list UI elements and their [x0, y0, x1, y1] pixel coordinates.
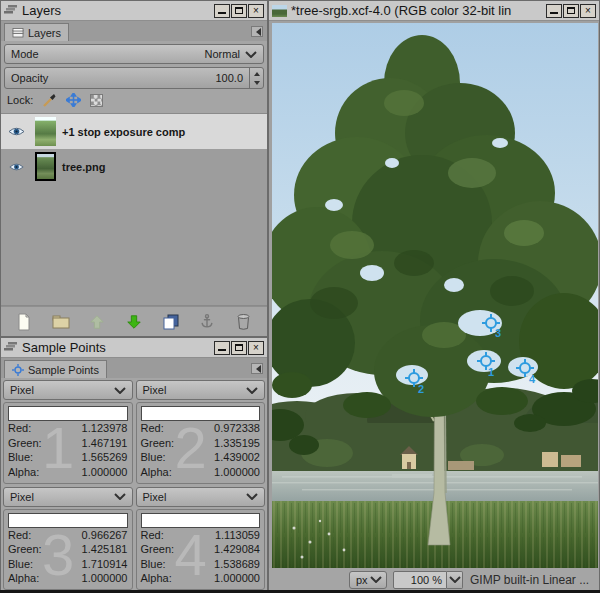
- sample-1-format-combo[interactable]: Pixel: [3, 380, 133, 400]
- minimize-button[interactable]: [214, 341, 230, 355]
- channel-label: Green:: [141, 436, 175, 451]
- tab-layers[interactable]: Layers: [4, 23, 69, 41]
- close-button[interactable]: ×: [248, 341, 264, 355]
- folder-icon: [52, 314, 70, 329]
- layers-toolbar: [1, 306, 267, 336]
- format-value: Pixel: [143, 384, 167, 396]
- image-titlebar[interactable]: *tree-srgb.xcf-4.0 (RGB color 32-bit lin…: [269, 1, 599, 21]
- chevron-down-icon: [245, 51, 257, 58]
- sample-points-titlebar[interactable]: Sample Points ×: [1, 338, 267, 358]
- visibility-toggle[interactable]: [3, 126, 29, 137]
- sample-points-window-title: Sample Points: [22, 340, 210, 355]
- layer-thumbnail[interactable]: [35, 152, 56, 181]
- svg-text:2: 2: [418, 383, 424, 395]
- close-button[interactable]: ×: [248, 4, 264, 18]
- channel-label: Red:: [8, 421, 31, 436]
- opacity-slider[interactable]: Opacity 100.0: [4, 67, 264, 89]
- sample-2-format-combo[interactable]: Pixel: [136, 380, 266, 400]
- channel-label: Alpha:: [141, 571, 172, 586]
- trash-icon: [236, 313, 251, 330]
- sample-point-1: Pixel 1 Red:1.123978 Green:1.467191 Blue…: [3, 380, 133, 484]
- channel-label: Alpha:: [8, 465, 39, 480]
- close-button[interactable]: ×: [580, 4, 596, 18]
- sample-points-window-icon: [4, 342, 18, 353]
- chevron-down-icon: [370, 576, 382, 583]
- sample-1-frame: 1 Red:1.123978 Green:1.467191 Blue:1.565…: [3, 402, 133, 484]
- sample-points-tabbar: Sample Points: [1, 358, 267, 378]
- duplicate-layer-button[interactable]: [160, 312, 182, 332]
- layers-window: Layers × Layers Mode Normal: [0, 0, 268, 337]
- layer-thumbnail[interactable]: [35, 117, 56, 146]
- layers-titlebar[interactable]: Layers ×: [1, 1, 267, 21]
- spin-down-icon: [254, 81, 260, 88]
- layer-list: +1 stop exposure comp tree.png: [1, 113, 267, 306]
- sample-point-4: Pixel 4 Red:1.113059 Green:1.429084 Blue…: [136, 487, 266, 591]
- sample-3-frame: 3 Red:0.966267 Green:1.425181 Blue:1.710…: [3, 509, 133, 591]
- eye-icon: [9, 162, 24, 172]
- lock-label: Lock:: [7, 94, 33, 106]
- format-value: Pixel: [143, 491, 167, 503]
- opacity-value: 100.0: [215, 72, 243, 84]
- visibility-toggle[interactable]: [3, 162, 29, 172]
- anchor-icon: [199, 313, 215, 330]
- channel-label: Blue:: [141, 450, 166, 465]
- channel-value: 1.439002: [214, 450, 260, 465]
- channel-value: 1.000000: [214, 571, 260, 586]
- maximize-button[interactable]: [231, 4, 247, 18]
- new-layer-icon: [16, 313, 32, 331]
- channel-value: 1.425181: [82, 542, 128, 557]
- layer-name[interactable]: tree.png: [62, 161, 105, 173]
- raise-layer-button[interactable]: [86, 312, 108, 332]
- chevron-down-icon: [114, 387, 126, 394]
- zoom-input[interactable]: 100 %: [393, 571, 447, 589]
- maximize-button[interactable]: [563, 4, 579, 18]
- tab-menu-button[interactable]: [251, 26, 263, 37]
- delete-layer-button[interactable]: [233, 312, 255, 332]
- layer-mode-combo[interactable]: Mode Normal: [4, 44, 264, 64]
- channel-label: Blue:: [8, 450, 33, 465]
- minimize-button[interactable]: [214, 4, 230, 18]
- chevron-down-icon: [246, 387, 258, 394]
- lock-move-icon[interactable]: [66, 93, 81, 107]
- svg-text:1: 1: [488, 366, 494, 378]
- chevron-left-icon: [252, 28, 261, 36]
- channel-label: Blue:: [141, 557, 166, 572]
- zoom-value: 100 %: [411, 574, 442, 586]
- channel-label: Blue:: [8, 557, 33, 572]
- image-canvas[interactable]: 3 1 2: [272, 23, 598, 568]
- new-layer-button[interactable]: [13, 312, 35, 332]
- lock-paint-icon[interactable]: [42, 93, 57, 107]
- lock-alpha-icon[interactable]: [90, 94, 103, 107]
- unit-combo[interactable]: px: [349, 571, 387, 589]
- chevron-down-icon: [114, 493, 126, 500]
- svg-text:3: 3: [495, 327, 501, 339]
- layer-row-exposure[interactable]: +1 stop exposure comp: [1, 114, 267, 149]
- channel-value: 1.335195: [214, 436, 260, 451]
- layers-tab-label: Layers: [28, 27, 61, 39]
- layer-row-tree[interactable]: tree.png: [1, 149, 267, 184]
- sample-4-format-combo[interactable]: Pixel: [136, 487, 266, 507]
- opacity-spinner[interactable]: [249, 68, 263, 88]
- zoom-dropdown-button[interactable]: [447, 571, 463, 589]
- channel-value: 1.565269: [82, 450, 128, 465]
- channel-label: Red:: [8, 528, 31, 543]
- anchor-layer-button[interactable]: [196, 312, 218, 332]
- layer-name[interactable]: +1 stop exposure comp: [62, 126, 185, 138]
- new-group-button[interactable]: [50, 312, 72, 332]
- sample-3-format-combo[interactable]: Pixel: [3, 487, 133, 507]
- lower-layer-button[interactable]: [123, 312, 145, 332]
- maximize-button[interactable]: [231, 341, 247, 355]
- tab-menu-button[interactable]: [251, 363, 263, 374]
- channel-label: Alpha:: [8, 571, 39, 586]
- layers-window-title: Layers: [22, 3, 210, 18]
- minimize-button[interactable]: [546, 4, 562, 18]
- layers-window-icon: [4, 5, 18, 16]
- image-window-title: *tree-srgb.xcf-4.0 (RGB color 32-bit lin: [291, 3, 542, 18]
- channel-value: 1.467191: [82, 436, 128, 451]
- tab-sample-points[interactable]: Sample Points: [4, 360, 107, 378]
- format-value: Pixel: [10, 491, 34, 503]
- sample-point-3: Pixel 3 Red:0.966267 Green:1.425181 Blue…: [3, 487, 133, 591]
- chevron-left-icon: [252, 365, 261, 373]
- channel-value: 0.966267: [82, 528, 128, 543]
- sample-points-grid: Pixel 1 Red:1.123978 Green:1.467191 Blue…: [1, 378, 267, 592]
